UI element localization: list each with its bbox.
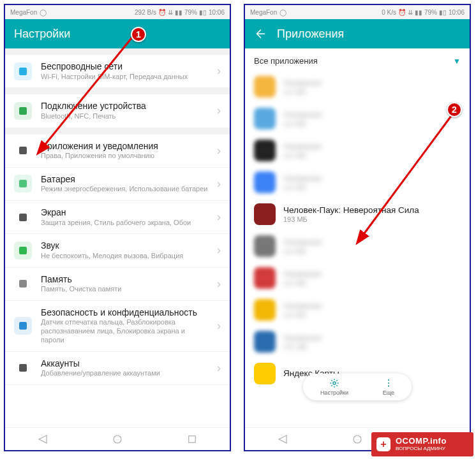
- settings-row-title: Память: [41, 274, 208, 286]
- settings-row[interactable]: БатареяРежим энергосбережения, Использов…: [5, 168, 230, 201]
- carrier-label: MegaFon: [10, 9, 37, 16]
- nav-back-icon[interactable]: [277, 433, 288, 445]
- svg-point-13: [388, 382, 389, 384]
- app-sub: xxx МБ: [283, 279, 461, 287]
- nav-home-icon[interactable]: [352, 433, 363, 445]
- app-icon: [254, 108, 276, 129]
- settings-row-title: Безопасность и конфиденциальность: [41, 307, 208, 319]
- watermark-title: OCOMP.info: [396, 437, 447, 446]
- app-sub: xxx МБ: [283, 88, 461, 96]
- settings-row[interactable]: АккаунтыДобавление/управление аккаунтами…: [5, 352, 230, 385]
- svg-rect-2: [19, 147, 27, 154]
- app-icon: [254, 299, 276, 321]
- alarm-icon: ⏰: [158, 9, 166, 16]
- settings-row[interactable]: Безопасность и конфиденциальностьДатчик …: [5, 301, 230, 352]
- speed-label: 292 B/s: [135, 9, 156, 16]
- chevron-right-icon: ›: [217, 64, 221, 78]
- chevron-right-icon: ›: [217, 177, 221, 191]
- nav-back-icon[interactable]: [37, 433, 48, 445]
- app-row[interactable]: Названиеxxx МБ: [245, 71, 470, 103]
- back-icon[interactable]: [254, 28, 265, 40]
- settings-row-sub: Bluetooth, NFC, Печать: [41, 112, 208, 121]
- app-row[interactable]: Название231 МБ: [245, 326, 470, 358]
- settings-row-sub: Датчик отпечатка пальца, Разблокировка р…: [41, 318, 208, 344]
- chevron-right-icon: ›: [217, 277, 221, 291]
- svg-rect-7: [19, 322, 27, 330]
- dropdown-icon: ▼: [453, 57, 461, 66]
- app-icon: [254, 363, 276, 384]
- settings-list[interactable]: Беспроводные сетиWi-Fi, Настройки SIM-ка…: [5, 48, 230, 427]
- app-row[interactable]: Названиеxxx МБ: [245, 230, 470, 262]
- page-title: Приложения: [277, 27, 344, 41]
- app-icon: [254, 267, 276, 289]
- app-title: Название: [283, 142, 461, 152]
- signal-icon: ▮▮: [415, 9, 422, 16]
- svg-rect-1: [19, 107, 27, 115]
- signal-icon: ▮▮: [175, 9, 182, 16]
- settings-row-sub: Защита зрения, Стиль рабочего экрана, Об…: [41, 219, 208, 228]
- settings-row-icon: [14, 102, 32, 120]
- settings-row-icon: [14, 359, 32, 377]
- settings-row-title: Подключение устройства: [41, 101, 208, 112]
- settings-header: Настройки: [5, 19, 230, 48]
- phone-settings: MegaFon ◯ 292 B/s ⏰ ⇊ ▮▮ 79% ▮▯ 10:06 На…: [4, 4, 231, 451]
- app-sub: 231 МБ: [283, 343, 461, 351]
- alarm-icon: ⏰: [398, 9, 406, 16]
- watermark: + OCOMP.info ВОПРОСЫ АДМИНУ: [371, 432, 473, 456]
- svg-rect-5: [19, 247, 27, 254]
- settings-row[interactable]: Приложения и уведомленияПрава, Приложени…: [5, 135, 230, 168]
- app-title: Название: [283, 78, 461, 88]
- speed-label: 0 K/s: [382, 9, 396, 16]
- settings-row-icon: [14, 175, 32, 193]
- battery-pct: 79%: [424, 9, 437, 16]
- svg-rect-0: [19, 68, 27, 75]
- apps-header: Приложения: [245, 19, 470, 48]
- svg-point-14: [388, 386, 389, 387]
- float-more-button[interactable]: Еще: [383, 378, 394, 396]
- svg-rect-6: [19, 280, 27, 288]
- svg-rect-3: [19, 180, 27, 187]
- apps-list[interactable]: Все приложения ▼ Названиеxxx МБНазваниеx…: [245, 48, 470, 427]
- float-more-label: Еще: [383, 390, 394, 396]
- app-row[interactable]: Человек-Паук: Невероятная Сила193 МБ: [245, 198, 470, 230]
- settings-row-icon: [14, 142, 32, 159]
- battery-pct: 79%: [184, 9, 197, 16]
- settings-row-icon: [14, 275, 32, 293]
- apps-filter-dropdown[interactable]: Все приложения ▼: [245, 48, 470, 71]
- clock-label: 10:06: [209, 9, 225, 16]
- app-row[interactable]: Названиеxxx МБ: [245, 294, 470, 326]
- app-title: Название: [283, 237, 461, 247]
- app-sub: xxx МБ: [283, 311, 461, 319]
- chevron-right-icon: ›: [217, 210, 221, 224]
- app-row[interactable]: Названиеxxx МБ: [245, 103, 470, 135]
- settings-row[interactable]: Беспроводные сетиWi-Fi, Настройки SIM-ка…: [5, 55, 230, 88]
- chevron-right-icon: ›: [217, 144, 221, 157]
- app-sub: xxx МБ: [283, 152, 461, 159]
- settings-row[interactable]: Подключение устройстваBluetooth, NFC, Пе…: [5, 94, 230, 127]
- app-row[interactable]: Названиеxxx МБ: [245, 262, 470, 294]
- settings-row[interactable]: ПамятьПамять, Очистка памяти›: [5, 268, 230, 301]
- wifi-icon: ⇊: [168, 9, 173, 16]
- settings-row-title: Экран: [41, 207, 208, 219]
- settings-row[interactable]: ЗвукНе беспокоить, Мелодия вызова, Вибра…: [5, 234, 230, 267]
- svg-rect-4: [19, 214, 27, 221]
- settings-row-title: Батарея: [41, 174, 208, 186]
- app-row[interactable]: Названиеxxx МБ: [245, 135, 470, 166]
- app-icon: [254, 76, 276, 98]
- app-title: Название: [283, 333, 461, 343]
- app-sub: xxx МБ: [283, 184, 461, 191]
- carrier-ring-icon: ◯: [279, 9, 286, 16]
- float-settings-button[interactable]: Настройки: [320, 378, 348, 396]
- page-title: Настройки: [14, 27, 70, 41]
- watermark-sub: ВОПРОСЫ АДМИНУ: [396, 446, 447, 452]
- settings-row-title: Приложения и уведомления: [41, 141, 208, 152]
- nav-recents-icon[interactable]: [186, 433, 198, 445]
- settings-row-sub: Память, Очистка памяти: [41, 285, 208, 294]
- chevron-right-icon: ›: [217, 361, 221, 375]
- svg-point-15: [353, 435, 361, 443]
- svg-point-9: [114, 435, 121, 443]
- settings-row[interactable]: ЭкранЗащита зрения, Стиль рабочего экран…: [5, 201, 230, 234]
- app-row[interactable]: Названиеxxx МБ: [245, 166, 470, 198]
- nav-home-icon[interactable]: [112, 433, 123, 445]
- settings-row-title: Беспроводные сети: [41, 61, 208, 73]
